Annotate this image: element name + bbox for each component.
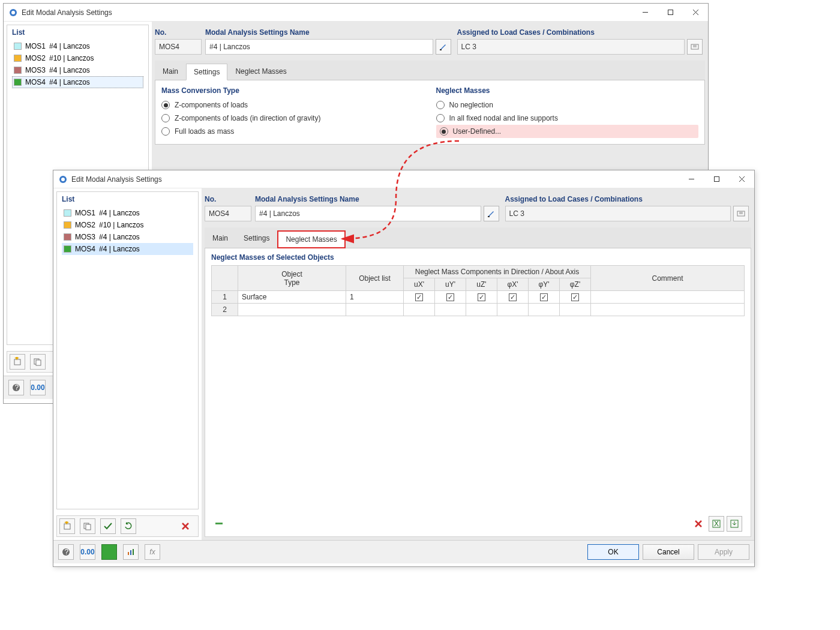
- close-button[interactable]: [683, 4, 708, 21]
- no-field[interactable]: MOS4: [205, 206, 251, 221]
- cell-object-type[interactable]: Surface: [238, 291, 346, 304]
- cell-uy[interactable]: [435, 304, 466, 316]
- col-object-type[interactable]: Object Type: [238, 266, 346, 291]
- neglect-masses-table[interactable]: Object Type Object list Neglect Mass Com…: [211, 265, 745, 316]
- decimal-icon[interactable]: 0.00: [80, 544, 95, 560]
- titlebar[interactable]: Edit Modal Analysis Settings: [4, 4, 708, 22]
- col-uz[interactable]: uZ': [466, 278, 497, 291]
- minimize-button[interactable]: [632, 4, 658, 21]
- radio-user-defined[interactable]: User-Defined...: [436, 125, 699, 138]
- tab-neglect-masses[interactable]: Neglect Masses: [277, 230, 345, 248]
- list-item-mos4[interactable]: MOS4 #4 | Lanczos: [12, 76, 143, 88]
- decimal-icon[interactable]: 0.00: [30, 380, 46, 395]
- cell-phiz[interactable]: [560, 304, 591, 316]
- cell-phix[interactable]: [497, 291, 529, 304]
- edit-name-icon[interactable]: [484, 206, 499, 221]
- function-icon[interactable]: fx: [145, 544, 160, 560]
- radio-z-gravity[interactable]: Z-components of loads (in direction of g…: [161, 112, 424, 125]
- edit-name-icon[interactable]: [436, 39, 451, 55]
- help-icon[interactable]: ?: [8, 380, 24, 395]
- col-phiz[interactable]: φZ': [560, 278, 591, 291]
- new-item-icon[interactable]: ✦: [59, 518, 75, 534]
- close-button[interactable]: [729, 170, 754, 188]
- name-field[interactable]: #4 | Lanczos: [205, 39, 433, 55]
- copy-item-icon[interactable]: [80, 518, 95, 534]
- svg-rect-3: [668, 10, 673, 15]
- maximize-button[interactable]: [658, 4, 683, 21]
- window-title: Edit Modal Analysis Settings: [22, 8, 632, 17]
- col-phiy[interactable]: φY': [529, 278, 560, 291]
- tabs: Main Settings Neglect Masses: [155, 61, 705, 80]
- name-field[interactable]: #4 | Lanczos: [255, 206, 481, 221]
- list-desc: #4 | Lanczos: [49, 42, 90, 50]
- list-item-mos4[interactable]: MOS4 #4 | Lanczos: [62, 243, 193, 255]
- export-excel-icon[interactable]: X: [709, 516, 724, 532]
- cell-comment[interactable]: [591, 304, 745, 316]
- cancel-button[interactable]: Cancel: [643, 544, 694, 560]
- tab-main[interactable]: Main: [155, 63, 186, 80]
- list-item-mos1[interactable]: MOS1 #4 | Lanczos: [62, 207, 193, 219]
- delete-icon[interactable]: [178, 518, 193, 534]
- delete-row-icon[interactable]: [691, 516, 706, 532]
- import-excel-icon[interactable]: [727, 516, 742, 532]
- table-row[interactable]: 2: [212, 304, 745, 316]
- tab-main[interactable]: Main: [205, 230, 236, 248]
- maximize-button[interactable]: [704, 170, 729, 188]
- cell-phiy[interactable]: [529, 291, 560, 304]
- refresh-icon[interactable]: [121, 518, 136, 534]
- goto-assigned-icon[interactable]: [687, 39, 703, 55]
- radio-no-neglection[interactable]: No neglection: [436, 98, 699, 112]
- apply-button[interactable]: Apply: [698, 544, 749, 560]
- cell-uy[interactable]: [435, 291, 466, 304]
- cell-ux[interactable]: [404, 304, 435, 316]
- cell-uz[interactable]: [466, 304, 497, 316]
- svg-text:✦: ✦: [64, 521, 70, 527]
- table-menu-icon[interactable]: [211, 516, 227, 532]
- new-item-icon[interactable]: ✦: [10, 354, 25, 370]
- list-item-mos1[interactable]: MOS1 #4 | Lanczos: [12, 40, 143, 52]
- assigned-field[interactable]: LC 3: [457, 39, 685, 55]
- tab-settings[interactable]: Settings: [236, 230, 277, 248]
- svg-rect-41: [130, 550, 131, 555]
- list-item-mos3[interactable]: MOS3 #4 | Lanczos: [12, 64, 143, 76]
- radio-fixed-supports[interactable]: In all fixed nodal and line supports: [436, 112, 699, 125]
- col-object-list[interactable]: Object list: [346, 266, 404, 291]
- cell-object-list[interactable]: [346, 304, 404, 316]
- titlebar[interactable]: Edit Modal Analysis Settings: [53, 170, 754, 188]
- minimize-button[interactable]: [679, 170, 704, 188]
- col-phix[interactable]: φX': [497, 278, 529, 291]
- check-all-icon[interactable]: [100, 518, 116, 534]
- cell-object-type[interactable]: [238, 304, 346, 316]
- table-row[interactable]: 1 Surface 1: [212, 291, 745, 304]
- list-title: List: [62, 195, 193, 203]
- assigned-field[interactable]: LC 3: [505, 206, 731, 221]
- cell-comment[interactable]: [591, 291, 745, 304]
- cell-phiz[interactable]: [560, 291, 591, 304]
- svg-text:?: ?: [65, 548, 69, 556]
- chart-icon[interactable]: [123, 544, 139, 560]
- tab-settings[interactable]: Settings: [186, 64, 227, 80]
- radio-full-loads[interactable]: Full loads as mass: [161, 125, 424, 138]
- col-ux[interactable]: uX': [404, 278, 435, 291]
- col-comment[interactable]: Comment: [591, 266, 745, 291]
- cell-ux[interactable]: [404, 291, 435, 304]
- cell-phix[interactable]: [497, 304, 529, 316]
- cell-phiy[interactable]: [529, 304, 560, 316]
- swatch-icon: [64, 233, 71, 241]
- list-item-mos2[interactable]: MOS2 #10 | Lanczos: [62, 219, 193, 231]
- radio-z-components[interactable]: Z-components of loads: [161, 98, 424, 112]
- goto-assigned-icon[interactable]: [733, 206, 749, 221]
- list-item-mos2[interactable]: MOS2 #10 | Lanczos: [12, 52, 143, 64]
- list-item-mos3[interactable]: MOS3 #4 | Lanczos: [62, 231, 193, 243]
- color-icon[interactable]: [101, 544, 117, 560]
- cell-uz[interactable]: [466, 291, 497, 304]
- list-desc: #10 | Lanczos: [99, 221, 144, 229]
- no-field[interactable]: MOS4: [155, 39, 202, 55]
- col-uy[interactable]: uY': [435, 278, 466, 291]
- cell-object-list[interactable]: 1: [346, 291, 404, 304]
- help-icon[interactable]: ?: [58, 544, 74, 560]
- ok-button[interactable]: OK: [587, 544, 639, 560]
- tab-neglect-masses[interactable]: Neglect Masses: [227, 63, 294, 80]
- copy-item-icon[interactable]: [30, 354, 46, 370]
- svg-text:X: X: [714, 520, 719, 528]
